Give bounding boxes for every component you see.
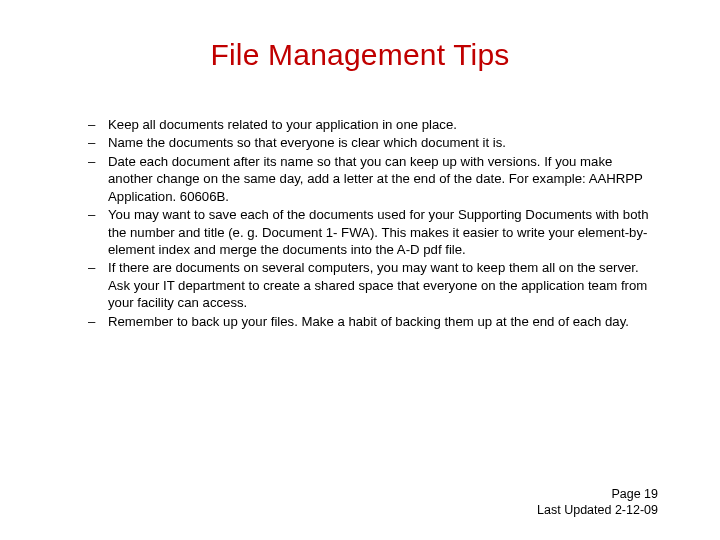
slide: File Management Tips Keep all documents … — [0, 0, 720, 540]
page-number: Page 19 — [537, 486, 658, 502]
last-updated: Last Updated 2-12-09 — [537, 502, 658, 518]
page-title: File Management Tips — [60, 38, 660, 72]
list-item: Remember to back up your files. Make a h… — [88, 313, 660, 330]
list-item: Keep all documents related to your appli… — [88, 116, 660, 133]
list-item: If there are documents on several comput… — [88, 259, 660, 311]
slide-footer: Page 19 Last Updated 2-12-09 — [537, 486, 658, 519]
bullet-list: Keep all documents related to your appli… — [60, 116, 660, 330]
list-item: You may want to save each of the documen… — [88, 206, 660, 258]
list-item: Name the documents so that everyone is c… — [88, 134, 660, 151]
list-item: Date each document after its name so tha… — [88, 153, 660, 205]
